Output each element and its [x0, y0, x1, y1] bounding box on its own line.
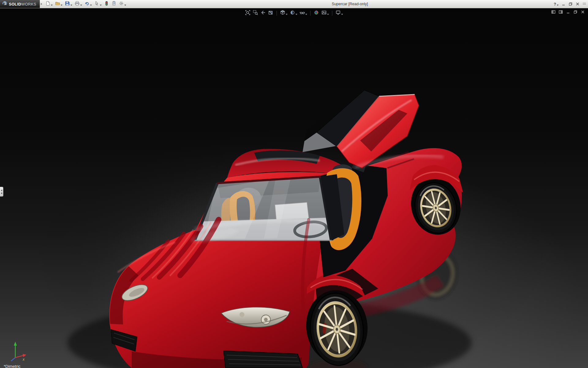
open-folder-button[interactable] — [54, 0, 64, 8]
triad-z-axis — [11, 358, 15, 361]
zoom-to-area-button[interactable] — [252, 10, 259, 17]
new-document-button[interactable] — [44, 0, 54, 8]
file-properties-icon — [111, 1, 116, 7]
toolbar-separator — [277, 11, 277, 16]
minimize-document-button[interactable] — [566, 10, 570, 15]
chevron-down-icon — [80, 5, 82, 6]
chevron-down-icon — [61, 5, 62, 6]
section-view-icon — [268, 10, 273, 17]
split-left-button[interactable] — [551, 10, 556, 15]
window-controls: ? — [554, 0, 586, 8]
chevron-down-icon — [100, 5, 102, 6]
app-titlebar: SOLIDWORKS — [0, 0, 588, 8]
toolbar-expand-arrow[interactable] — [41, 3, 42, 5]
chevron-down-icon — [305, 14, 307, 15]
print-button[interactable] — [74, 0, 83, 8]
chevron-down-icon — [327, 14, 329, 15]
display-style-button[interactable] — [289, 10, 298, 17]
toolbar-separator — [310, 11, 311, 16]
view-orientation-cube-icon — [280, 10, 285, 17]
chevron-down-icon — [341, 14, 343, 15]
document-window-controls — [551, 10, 585, 15]
heads-up-view-toolbar — [244, 10, 344, 17]
minimize-button[interactable] — [561, 2, 566, 6]
model-viewport-canvas[interactable] — [0, 8, 588, 368]
feature-pane-collapse-tab[interactable] — [0, 187, 3, 197]
orientation-triad: x — [4, 340, 28, 362]
view-orientation-label: *Dimetric — [4, 364, 21, 368]
hide-show-items-glasses-icon — [300, 10, 305, 17]
split-right-button[interactable] — [559, 10, 563, 15]
edit-appearance-button[interactable] — [313, 10, 320, 17]
solidworks-logo: SOLIDWORKS — [0, 0, 40, 8]
chevron-down-icon — [90, 5, 92, 6]
undo-icon — [85, 1, 89, 7]
chevron-left-icon — [1, 192, 2, 194]
chevron-down-icon — [70, 5, 72, 6]
triad-x-label: x — [22, 357, 25, 362]
previous-view-icon — [260, 10, 266, 17]
document-title: Supercar [Read-only] — [332, 2, 368, 6]
save-icon — [65, 1, 70, 7]
save-button[interactable] — [64, 0, 74, 8]
chevron-down-icon — [286, 14, 288, 15]
hide-show-items-button[interactable] — [299, 10, 308, 17]
help-label: ? — [554, 2, 556, 6]
file-properties-button[interactable] — [110, 0, 118, 8]
chevron-down-icon — [51, 5, 53, 6]
zoom-to-fit-icon — [245, 10, 251, 17]
apply-scene-icon — [321, 10, 327, 17]
section-view-button[interactable] — [267, 10, 274, 17]
options-gear-icon — [119, 1, 124, 7]
logo-text-light: WORKS — [21, 2, 36, 6]
customize-grid-icon[interactable] — [582, 2, 586, 6]
restore-button[interactable] — [568, 2, 573, 6]
help-button[interactable]: ? — [554, 2, 559, 6]
previous-view-button[interactable] — [260, 10, 266, 17]
select-button[interactable] — [93, 0, 103, 8]
triad-y-axis-arrow — [14, 342, 17, 346]
chevron-down-icon — [557, 5, 559, 6]
view-orientation-button[interactable] — [279, 10, 288, 17]
open-folder-icon — [55, 1, 60, 7]
chevron-left-icon — [1, 190, 2, 191]
front-grille — [224, 351, 303, 368]
apply-scene-button[interactable] — [321, 10, 330, 17]
chevron-down-icon — [296, 14, 297, 15]
close-button[interactable] — [575, 2, 580, 6]
chevron-down-icon — [124, 5, 126, 6]
print-icon — [75, 1, 80, 7]
select-cursor-icon — [94, 1, 99, 7]
options-button[interactable] — [118, 0, 127, 8]
rebuild-button[interactable] — [103, 0, 110, 8]
view-settings-icon — [335, 10, 341, 17]
dassault-logo-icon — [2, 1, 7, 7]
undo-button[interactable] — [83, 0, 93, 8]
rebuild-traffic-light-icon — [104, 1, 109, 7]
restore-document-button[interactable] — [573, 10, 578, 15]
toolbar-separator — [332, 11, 332, 16]
display-style-icon — [290, 10, 295, 17]
zoom-to-fit-button[interactable] — [244, 10, 251, 17]
logo-text-bold: SOLID — [9, 2, 21, 6]
new-document-icon — [45, 1, 50, 7]
view-settings-button[interactable] — [335, 10, 344, 17]
triad-x-axis-arrow — [23, 354, 26, 357]
close-document-button[interactable] — [581, 10, 585, 15]
edit-appearance-ball-icon — [314, 10, 319, 17]
zoom-to-area-icon — [253, 10, 258, 17]
graphics-viewport[interactable]: x *Dimetric — [0, 8, 588, 368]
